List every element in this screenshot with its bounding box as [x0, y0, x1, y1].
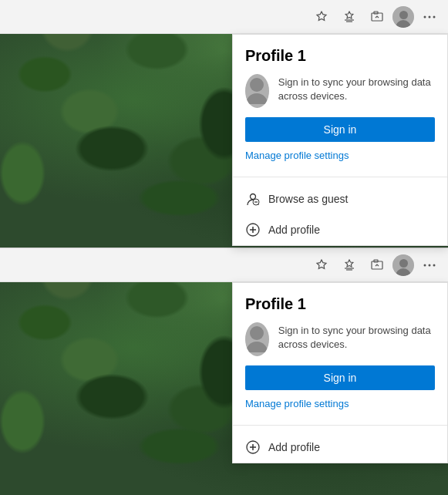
svg-point-5: [251, 194, 256, 200]
add-profile-icon-bottom: [245, 439, 261, 455]
svg-point-12: [433, 264, 436, 266]
avatar-head-top: [250, 78, 264, 92]
more-icon-bottom[interactable]: [417, 253, 442, 278]
collection-icon-bottom[interactable]: [337, 253, 362, 278]
divider-top: [233, 177, 447, 177]
profile-description-bottom: Sign in to sync your browsing data acros…: [278, 322, 435, 352]
add-profile-label-top: Add profile: [268, 224, 320, 236]
browser-section-bottom: Profile 1 Sign in to sync your browsing …: [0, 248, 448, 495]
svg-point-4: [433, 15, 436, 18]
svg-point-3: [429, 15, 431, 18]
profile-info-bottom: Sign in to sync your browsing data acros…: [245, 322, 435, 356]
toolbar-bottom: [0, 248, 448, 282]
add-profile-label-bottom: Add profile: [268, 441, 320, 453]
manage-profile-link-top[interactable]: Manage profile settings: [245, 150, 435, 161]
profile-dropdown-bottom: Profile 1 Sign in to sync your browsing …: [232, 282, 448, 463]
browse-as-guest-label: Browse as guest: [268, 193, 349, 205]
star-icon-bottom[interactable]: [309, 253, 334, 278]
svg-point-11: [429, 264, 431, 266]
profile-avatar-icon[interactable]: [392, 6, 414, 28]
profile-avatar-top: [245, 74, 269, 108]
profile-avatar-bottom: [245, 322, 269, 356]
add-profile-icon-top: [245, 222, 261, 237]
profile-info-top: Sign in to sync your browsing data acros…: [245, 74, 435, 108]
panel-title-top: Profile 1: [245, 47, 435, 65]
browse-as-guest-item[interactable]: Browse as guest: [233, 184, 447, 214]
manage-profile-link-bottom[interactable]: Manage profile settings: [245, 398, 435, 409]
add-profile-item-bottom[interactable]: Add profile: [233, 432, 447, 463]
star-icon[interactable]: [309, 5, 334, 29]
avatar-body-bottom: [246, 342, 268, 352]
tab-sync-icon[interactable]: [365, 5, 389, 29]
profile-description-top: Sign in to sync your browsing data acros…: [278, 74, 435, 103]
avatar-head-bottom: [250, 326, 264, 340]
panel-header-top: Profile 1 Sign in to sync your browsing …: [233, 35, 447, 170]
profile-avatar-icon-bottom[interactable]: [392, 254, 414, 276]
panel-title-bottom: Profile 1: [245, 295, 435, 313]
svg-point-2: [424, 15, 426, 18]
add-profile-item-top[interactable]: Add profile: [233, 214, 447, 245]
panel-header-bottom: Profile 1 Sign in to sync your browsing …: [233, 283, 447, 419]
avatar-body-top: [246, 93, 268, 104]
more-icon[interactable]: [417, 5, 442, 29]
sign-in-button-top[interactable]: Sign in: [245, 117, 435, 142]
tab-sync-icon-bottom[interactable]: [365, 253, 389, 278]
sign-in-button-bottom[interactable]: Sign in: [245, 365, 435, 390]
guest-icon: [245, 191, 261, 207]
profile-dropdown-top: Profile 1 Sign in to sync your browsing …: [232, 34, 448, 246]
divider-bottom: [233, 425, 447, 426]
toolbar-top: [0, 0, 448, 34]
svg-point-10: [424, 264, 426, 266]
browser-section-top: Profile 1 Sign in to sync your browsing …: [0, 0, 448, 248]
collection-icon[interactable]: [337, 5, 362, 29]
